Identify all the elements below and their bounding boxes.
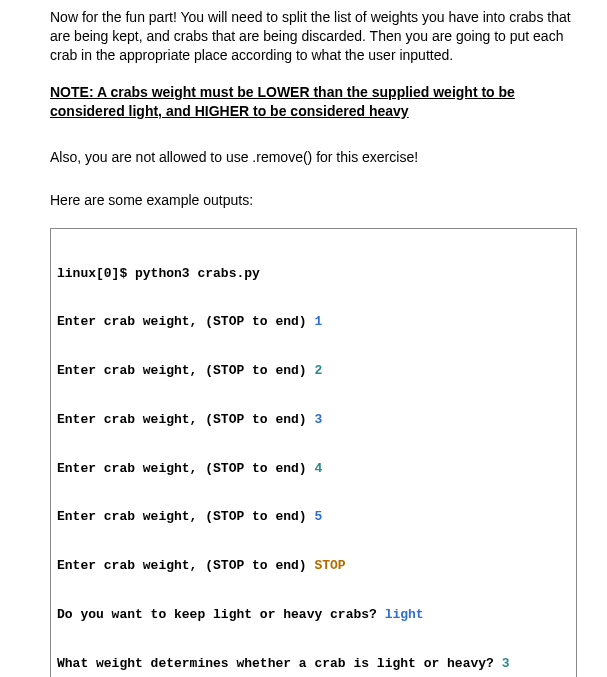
question-line: Do you want to keep light or heavy crabs… — [57, 607, 570, 623]
restriction-paragraph: Also, you are not allowed to use .remove… — [50, 148, 577, 167]
shell-command: linux[0]$ python3 crabs.py — [57, 266, 570, 282]
document-page: Now for the fun part! You will need to s… — [0, 0, 607, 677]
examples-header: Here are some example outputs: — [50, 191, 577, 210]
prompt-line: Enter crab weight, (STOP to end) 4 — [57, 461, 570, 477]
user-input: STOP — [314, 558, 345, 573]
example-output-1: linux[0]$ python3 crabs.py Enter crab we… — [50, 228, 577, 677]
prompt-line: Enter crab weight, (STOP to end) 5 — [57, 509, 570, 525]
user-input: 2 — [314, 363, 322, 378]
prompt-line: Enter crab weight, (STOP to end) 3 — [57, 412, 570, 428]
prompt-line: Enter crab weight, (STOP to end) 1 — [57, 314, 570, 330]
user-input: 4 — [314, 461, 322, 476]
user-input: 3 — [502, 656, 510, 671]
prompt-line: Enter crab weight, (STOP to end) STOP — [57, 558, 570, 574]
note-heading: NOTE: A crabs weight must be LOWER than … — [50, 83, 577, 121]
user-input: 5 — [314, 509, 322, 524]
intro-paragraph: Now for the fun part! You will need to s… — [50, 8, 577, 65]
user-input: 1 — [314, 314, 322, 329]
user-input: light — [385, 607, 424, 622]
prompt-line: Enter crab weight, (STOP to end) 2 — [57, 363, 570, 379]
question-line: What weight determines whether a crab is… — [57, 656, 570, 672]
user-input: 3 — [314, 412, 322, 427]
